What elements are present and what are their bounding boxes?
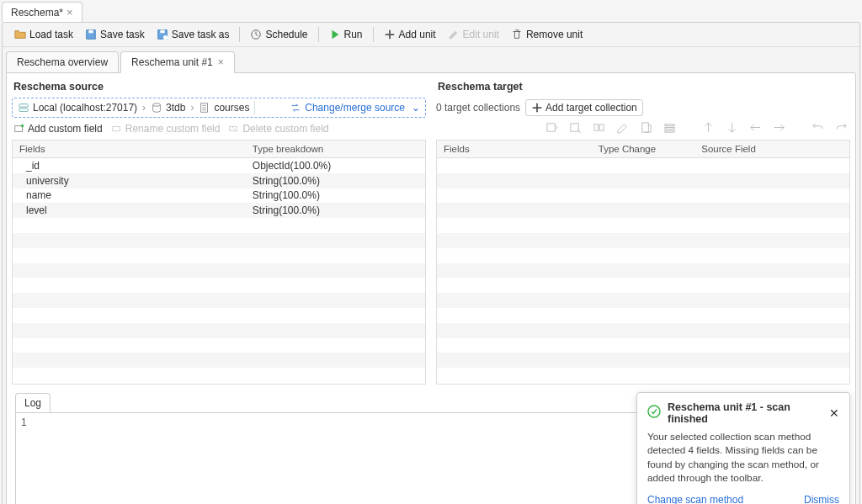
add-target-label: Add target collection — [545, 102, 637, 114]
source-fields-grid: Fields Type breakdown _idObjectId(100.0%… — [12, 140, 426, 385]
source-breadcrumb: Local (localhost:27017) › 3tdb › courses — [12, 98, 426, 118]
edit-unit-button: Edit unit — [443, 26, 504, 43]
floppy-as-icon — [157, 29, 168, 40]
table-row — [437, 293, 849, 308]
change-merge-source-button[interactable]: Change/merge source ⌄ — [288, 102, 420, 114]
field-name: name — [13, 189, 246, 201]
table-row — [437, 308, 849, 323]
table-row — [13, 233, 425, 248]
play-icon — [329, 29, 341, 40]
close-icon[interactable]: ✕ — [829, 406, 839, 420]
check-circle-icon — [647, 405, 661, 421]
load-task-button[interactable]: Load task — [9, 26, 78, 43]
svg-rect-19 — [664, 127, 673, 129]
svg-rect-20 — [664, 130, 673, 132]
svg-rect-16 — [599, 124, 604, 130]
rename-custom-label: Rename custom field — [125, 123, 221, 135]
svg-rect-15 — [593, 124, 598, 130]
separator — [373, 27, 374, 42]
toast-body: Your selected collection scan method det… — [647, 430, 839, 485]
remove-unit-button[interactable]: Remove unit — [506, 26, 588, 43]
run-label: Run — [344, 29, 363, 40]
table-row — [13, 308, 425, 323]
table-row[interactable]: nameString(100.0%) — [13, 188, 425, 204]
col-target-fields[interactable]: Fields — [437, 141, 592, 157]
table-row — [13, 218, 425, 233]
table-row[interactable]: levelString(100.0%) — [13, 203, 425, 218]
target-count-label: 0 target collections — [436, 102, 520, 114]
target-tool-icon-6 — [662, 119, 677, 135]
table-row — [437, 278, 849, 293]
trash-icon — [511, 29, 523, 40]
add-unit-label: Add unit — [399, 29, 436, 40]
chevron-down-icon: ⌄ — [408, 102, 420, 114]
arrow-down-icon — [724, 119, 739, 135]
svg-point-21 — [648, 406, 660, 417]
table-row — [437, 263, 849, 279]
table-row — [437, 368, 849, 383]
source-heading: Reschema source — [12, 78, 426, 98]
edit-unit-label: Edit unit — [463, 29, 499, 40]
svg-rect-3 — [160, 30, 164, 34]
dismiss-link[interactable]: Dismiss — [804, 494, 839, 504]
col-source-field[interactable]: Source Field — [694, 141, 849, 157]
separator — [318, 27, 319, 42]
table-row — [437, 188, 849, 204]
bc-connection-label: Local (localhost:27017) — [33, 102, 137, 114]
add-custom-field-button[interactable]: Add custom field — [13, 123, 103, 135]
schedule-label: Schedule — [265, 29, 307, 40]
table-row — [437, 248, 849, 263]
source-pane: Reschema source Local (localhost:27017) … — [12, 78, 426, 385]
close-icon[interactable]: × — [67, 6, 73, 19]
tab-reschema[interactable]: Reschema* × — [2, 2, 82, 22]
target-fields-grid: Fields Type Change Source Field — [436, 140, 850, 385]
svg-rect-10 — [15, 126, 23, 132]
field-type: String(100.0%) — [246, 189, 425, 201]
chevron-right-icon: › — [142, 102, 146, 114]
tab-reschema-unit-1[interactable]: Reschema unit #1 × — [120, 51, 235, 73]
close-icon[interactable]: × — [218, 56, 224, 68]
breadcrumb-database[interactable]: 3tdb — [151, 102, 185, 114]
folder-open-icon — [14, 29, 26, 40]
table-row — [13, 338, 425, 353]
database-icon — [151, 102, 162, 114]
table-row[interactable]: universityString(100.0%) — [13, 173, 425, 188]
run-button[interactable]: Run — [324, 26, 368, 43]
save-task-as-button[interactable]: Save task as — [152, 26, 235, 43]
col-fields[interactable]: Fields — [13, 141, 246, 157]
svg-point-4 — [163, 35, 168, 40]
breadcrumb-connection[interactable]: Local (localhost:27017) — [18, 102, 137, 114]
plus-icon — [531, 102, 543, 114]
log-tab[interactable]: Log — [15, 393, 51, 412]
breadcrumb-collection[interactable]: courses — [199, 102, 249, 114]
field-type: String(100.0%) — [246, 204, 425, 216]
svg-rect-1 — [88, 30, 93, 34]
toast-title: Reschema unit #1 - scan finished — [668, 401, 822, 425]
pencil-icon — [448, 29, 460, 40]
col-type-change[interactable]: Type Change — [592, 141, 695, 157]
log-tab-label: Log — [24, 397, 41, 409]
table-row — [437, 353, 849, 368]
table-row[interactable]: _idObjectId(100.0%) — [13, 158, 425, 173]
col-type-breakdown[interactable]: Type breakdown — [246, 141, 425, 157]
undo-icon — [810, 119, 825, 135]
schedule-button[interactable]: Schedule — [245, 26, 312, 43]
table-row — [437, 173, 849, 188]
save-task-as-label: Save task as — [172, 29, 230, 40]
separator — [239, 27, 240, 42]
field-type: String(100.0%) — [246, 175, 425, 187]
target-tool-icon-1 — [544, 119, 559, 135]
bc-database-label: 3tdb — [166, 102, 185, 114]
target-tool-icon-2 — [567, 119, 583, 135]
tab-reschema-overview[interactable]: Reschema overview — [6, 51, 119, 73]
delete-icon — [228, 123, 240, 135]
svg-rect-14 — [570, 123, 577, 130]
add-target-collection-button[interactable]: Add target collection — [525, 99, 643, 116]
server-icon — [18, 102, 29, 114]
save-task-button[interactable]: Save task — [80, 26, 150, 43]
add-unit-button[interactable]: Add unit — [379, 26, 441, 43]
tab-reschema-label: Reschema* — [11, 7, 63, 19]
table-row — [13, 248, 425, 263]
tab-unit-label: Reschema unit #1 — [131, 56, 213, 68]
change-scan-method-link[interactable]: Change scan method — [647, 494, 743, 504]
